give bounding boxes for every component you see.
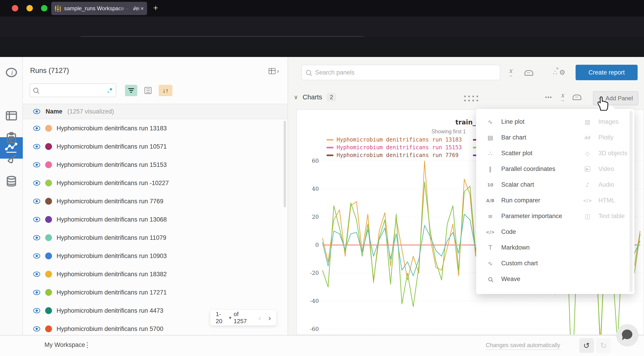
menu-item-text-table[interactable]: ◫ Text table: [582, 208, 628, 224]
run-name[interactable]: Hyphomicrobium denitrificans run 15153: [56, 161, 167, 168]
window-minimize-button[interactable]: [26, 5, 33, 11]
filter-runs-button[interactable]: [125, 85, 137, 96]
menu-item-markdown[interactable]: T Markdown: [485, 240, 562, 256]
runs-table-icon[interactable]: [5, 109, 18, 122]
section-smoothing-icon[interactable]: [572, 95, 581, 100]
logs-clipboard-icon[interactable]: [5, 131, 18, 144]
menu-item-html[interactable]: </> HTML: [582, 193, 628, 208]
menu-item-audio[interactable]: ♪ Audio: [582, 177, 628, 193]
outlier-removal-icon[interactable]: ∴: [553, 69, 557, 76]
run-name[interactable]: Hyphomicrobium denitrificans run 4473: [56, 307, 163, 314]
legend-item[interactable]: Hyphomicrobium denitrificans run 7769: [326, 152, 462, 158]
menu-item-3d-objects[interactable]: ◇ 3D objects: [582, 145, 628, 161]
run-name[interactable]: Hyphomicrobium denitrificans run 11079: [56, 234, 166, 241]
visibility-eye-icon[interactable]: [33, 180, 40, 186]
new-tab-button[interactable]: +: [153, 3, 158, 13]
menu-item-images[interactable]: ▧ Images: [582, 114, 628, 130]
run-row[interactable]: Hyphomicrobium denitrificans run 18382: [23, 265, 288, 283]
menu-item-parallel-coordinates[interactable]: ∥ Parallel coordinates: [485, 161, 562, 177]
funnel-icon: [128, 88, 134, 89]
run-name[interactable]: Hyphomicrobium denitrificans run 7769: [56, 198, 163, 205]
run-row[interactable]: Hyphomicrobium denitrificans run 7769: [23, 192, 288, 210]
window-zoom-button[interactable]: [41, 5, 48, 11]
charts-section-header[interactable]: ∨ Charts 2: [294, 93, 336, 101]
menu-item-plotly[interactable]: ılıl Plotly: [582, 130, 628, 145]
menu-item-run-comparer[interactable]: A/B Run comparer: [485, 193, 562, 208]
visibility-eye-icon[interactable]: [33, 272, 40, 277]
create-report-button[interactable]: Create report: [576, 65, 638, 80]
run-row[interactable]: Hyphomicrobium denitrificans run 13068: [23, 210, 288, 229]
regex-toggle-icon[interactable]: .*: [107, 86, 113, 94]
menu-item-parameter-importance[interactable]: ≡ Parameter importance: [485, 208, 562, 224]
section-collapse-chevron-icon[interactable]: ∨: [294, 94, 298, 101]
visibility-eye-icon[interactable]: [33, 235, 40, 240]
previous-page-icon[interactable]: ‹: [258, 313, 261, 322]
menu-item-video[interactable]: ▶ Video: [582, 161, 628, 177]
page-range[interactable]: 1-20: [216, 311, 227, 325]
menu-item-scalar-chart[interactable]: 10 Scalar chart: [485, 177, 562, 193]
menu-item-line-plot[interactable]: ∿ Line plot: [485, 114, 562, 130]
undo-button[interactable]: ↺: [579, 338, 594, 353]
section-overflow-icon[interactable]: •••: [545, 94, 552, 100]
run-name[interactable]: Hyphomicrobium denitrificans run 13068: [56, 216, 167, 223]
redo-button[interactable]: ↻: [596, 338, 611, 353]
runs-table-header[interactable]: Name (1257 visualized): [23, 104, 288, 119]
visibility-eye-icon[interactable]: [33, 126, 40, 131]
menu-item-bar-chart[interactable]: ▤ Bar chart: [485, 130, 562, 145]
run-row[interactable]: Hyphomicrobium denitrificans run 13183: [23, 119, 288, 137]
menu-item-custom-chart[interactable]: ∿ Custom chart: [485, 256, 562, 271]
workspace-kebab-menu-icon[interactable]: ⋮: [84, 341, 91, 349]
run-name[interactable]: Hyphomicrobium denitrificans run 18382: [56, 271, 167, 278]
visibility-eye-icon[interactable]: [33, 326, 40, 332]
menu-item-weave[interactable]: Weave: [485, 271, 562, 287]
visibility-eye-icon[interactable]: [33, 109, 40, 114]
run-row[interactable]: Hyphomicrobium denitrificans run 15153: [23, 156, 288, 174]
run-name[interactable]: Hyphomicrobium denitrificans run 10571: [56, 143, 167, 150]
menu-item-scatter-plot[interactable]: ∴ Scatter plot: [485, 145, 562, 161]
visibility-eye-icon[interactable]: [33, 144, 40, 149]
visibility-eye-icon[interactable]: [33, 308, 40, 313]
tab-close-icon[interactable]: ×: [140, 5, 144, 12]
window-close-button[interactable]: [12, 5, 18, 11]
next-page-icon[interactable]: ›: [268, 313, 271, 322]
workspace-name[interactable]: My Workspace: [44, 342, 85, 349]
x-axis-settings-icon[interactable]: x→: [508, 68, 513, 77]
sort-runs-button[interactable]: ↓↑: [159, 85, 172, 96]
visibility-eye-icon[interactable]: [33, 253, 40, 259]
visibility-eye-icon[interactable]: [33, 199, 40, 204]
run-name[interactable]: Hyphomicrobium denitrificans run 13183: [56, 125, 167, 132]
legend-item[interactable]: Hyphomicrobium denitrificans run 15153: [326, 144, 462, 150]
search-panels-input[interactable]: Search panels: [302, 65, 500, 80]
artifacts-database-icon[interactable]: [5, 175, 18, 188]
runs-scrollbar[interactable]: [284, 121, 286, 207]
visibility-eye-icon[interactable]: [33, 290, 40, 295]
dropdown-scrollbar[interactable]: [630, 111, 632, 292]
group-runs-button[interactable]: [142, 85, 154, 96]
run-row[interactable]: Hyphomicrobium denitrificans run 10903: [23, 247, 288, 265]
smoothing-iron-icon[interactable]: [524, 70, 533, 76]
browser-tab[interactable]: sample_runs Workspace – Weig ×: [51, 2, 147, 15]
workspace-settings-gear-icon[interactable]: ⚙: [559, 68, 565, 76]
expand-runs-table-button[interactable]: ›: [269, 67, 279, 75]
run-row[interactable]: Hyphomicrobium denitrificans run -10227: [23, 174, 288, 192]
run-row[interactable]: Hyphomicrobium denitrificans run 17271: [23, 283, 288, 302]
visibility-eye-icon[interactable]: [33, 217, 40, 222]
runs-pagination[interactable]: 1-20 ▾ of 1257 ‹ ›: [210, 310, 276, 326]
sweeps-broom-icon[interactable]: [5, 153, 18, 166]
run-name[interactable]: Hyphomicrobium denitrificans run -10227: [56, 180, 169, 187]
section-drag-handle[interactable]: [463, 94, 479, 102]
visibility-eye-icon[interactable]: [33, 162, 40, 168]
run-row[interactable]: Hyphomicrobium denitrificans run 11079: [23, 229, 288, 247]
overview-info-icon[interactable]: i: [5, 66, 18, 79]
page-size-caret-icon[interactable]: ▾: [229, 315, 231, 321]
run-name[interactable]: Hyphomicrobium denitrificans run 10903: [56, 253, 167, 260]
help-chat-button[interactable]: [616, 324, 638, 347]
images-icon: ▧: [582, 118, 592, 125]
run-row[interactable]: Hyphomicrobium denitrificans run 10571: [23, 137, 288, 156]
run-name[interactable]: Hyphomicrobium denitrificans run 5700: [56, 326, 163, 333]
run-name[interactable]: Hyphomicrobium denitrificans run 17271: [56, 289, 167, 296]
menu-item-code[interactable]: </> Code: [485, 224, 562, 240]
runs-search-input[interactable]: .*: [30, 83, 116, 97]
section-x-axis-icon[interactable]: x→: [560, 93, 565, 102]
legend-item[interactable]: Hyphomicrobium denitrificans run 13183: [326, 137, 462, 143]
